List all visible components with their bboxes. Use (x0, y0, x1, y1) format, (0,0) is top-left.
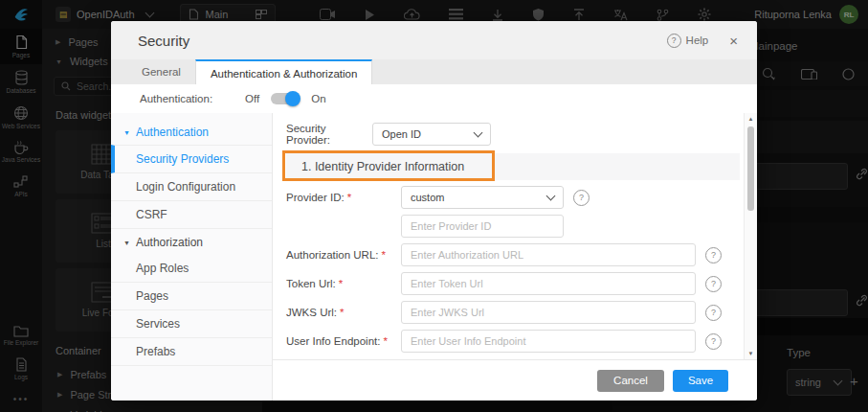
scroll-up-icon[interactable]: ▲ (748, 113, 754, 125)
security-dialog: Security ? Help × General Authentication… (111, 21, 757, 401)
nav-item-csrf[interactable]: CSRF (111, 201, 272, 229)
security-provider-value: Open ID (382, 128, 421, 140)
authentication-label: Authentication: (140, 93, 212, 104)
scroll-down-icon[interactable]: ▼ (748, 348, 754, 359)
nav-item-security-providers[interactable]: Security Providers (111, 145, 272, 173)
required-asterisk: * (339, 278, 343, 289)
close-icon[interactable]: × (729, 34, 738, 48)
expanded-arrow-icon: ▼ (123, 129, 130, 136)
help-circle-icon[interactable]: ? (705, 333, 722, 350)
dialog-footer: Cancel Save (273, 360, 757, 401)
required-asterisk: * (383, 335, 387, 347)
identity-provider-section-header: 1. Identity Provider Information (286, 153, 740, 180)
save-button[interactable]: Save (673, 370, 728, 392)
provider-form: Security Provider: Open ID 1. Identity P… (273, 113, 757, 360)
nav-item-pages[interactable]: Pages (111, 283, 272, 310)
cancel-button[interactable]: Cancel (597, 370, 664, 392)
help-circle-icon[interactable]: ? (705, 305, 722, 321)
token-url-label: Token Url:* (286, 278, 401, 289)
nav-item-app-roles[interactable]: App Roles (111, 255, 272, 283)
authorization-url-row: Authorization URL:* ? (286, 243, 728, 266)
tab-authentication-authorization[interactable]: Authentication & Authorization (195, 59, 372, 85)
authentication-switch[interactable] (271, 93, 300, 104)
form-scrollbar[interactable]: ▲ ▼ (744, 113, 757, 359)
help-button[interactable]: ? Help (667, 34, 709, 48)
expanded-arrow-icon: ▼ (123, 240, 130, 246)
jwks-url-label: JWKS Url:* (286, 307, 401, 318)
security-provider-row: Security Provider: Open ID (286, 123, 728, 146)
security-provider-select[interactable]: Open ID (372, 123, 491, 146)
dialog-header: Security ? Help × (111, 21, 757, 60)
nav-item-services[interactable]: Services (111, 310, 272, 338)
required-asterisk: * (382, 249, 386, 261)
toggle-on-label: On (311, 93, 325, 104)
provider-id-input[interactable] (401, 215, 564, 238)
help-circle-icon[interactable]: ? (705, 276, 722, 292)
provider-id-input-row (286, 215, 728, 238)
jwks-url-row: JWKS Url:* ? (286, 301, 728, 324)
field-label-text: Authorization URL: (286, 249, 379, 261)
required-asterisk: * (340, 307, 344, 318)
chevron-down-icon (474, 128, 483, 138)
authentication-toggle-row: Authentication: Off On (111, 84, 757, 113)
required-asterisk: * (347, 192, 351, 203)
field-label-text: Token Url: (286, 278, 336, 289)
authorization-url-label: Authorization URL:* (286, 249, 401, 261)
token-url-row: Token Url:* ? (286, 272, 728, 295)
help-question-icon: ? (667, 34, 681, 48)
field-label-text: JWKS Url: (286, 307, 337, 318)
nav-group-label: Authentication (136, 126, 209, 139)
provider-id-label: Provider ID:* (286, 192, 401, 203)
nav-group-label: Authorization (136, 236, 203, 249)
field-label-text: Provider ID: (286, 192, 345, 203)
token-url-input[interactable] (401, 272, 696, 295)
help-circle-icon[interactable]: ? (573, 190, 590, 206)
dialog-tabs: General Authentication & Authorization (111, 59, 757, 85)
section-title: 1. Identity Provider Information (286, 160, 464, 173)
authorization-url-input[interactable] (401, 243, 696, 266)
user-info-endpoint-input[interactable] (401, 330, 696, 353)
jwks-url-input[interactable] (401, 301, 696, 324)
switch-knob (285, 91, 300, 106)
nav-group-authentication[interactable]: ▼ Authentication (111, 119, 272, 145)
toggle-off-label: Off (245, 93, 259, 104)
provider-id-row: Provider ID:* custom ? (286, 186, 728, 209)
security-nav: ▼ Authentication Security Providers Logi… (111, 113, 273, 401)
provider-id-value: custom (411, 192, 444, 203)
nav-item-login-configuration[interactable]: Login Configuration (111, 173, 272, 201)
provider-id-select[interactable]: custom (401, 186, 564, 209)
scrollbar-thumb[interactable] (747, 126, 754, 211)
nav-item-prefabs[interactable]: Prefabs (111, 338, 272, 366)
nav-group-authorization[interactable]: ▼ Authorization (111, 229, 272, 255)
security-provider-label: Security Provider: (286, 123, 372, 146)
help-circle-icon[interactable]: ? (705, 247, 722, 263)
chevron-down-icon (546, 192, 556, 201)
tab-general[interactable]: General (127, 59, 195, 84)
field-label-text: User Info Endpoint: (286, 335, 380, 347)
dialog-title: Security (138, 33, 189, 49)
help-label: Help (686, 34, 709, 46)
user-info-endpoint-row: User Info Endpoint:* ? (286, 330, 728, 353)
user-info-endpoint-label: User Info Endpoint:* (286, 335, 401, 347)
